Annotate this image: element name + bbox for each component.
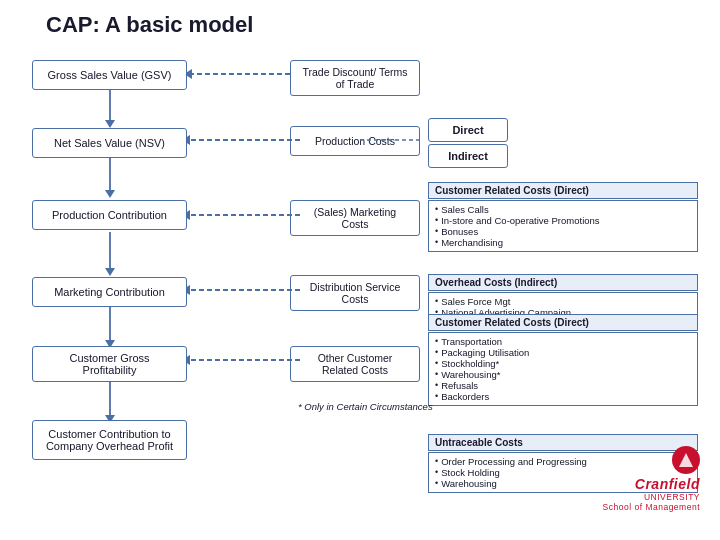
sales-mkt-costs-box: (Sales) Marketing Costs (290, 200, 420, 236)
section3-items: •Transportation •Packaging Utilisation •… (428, 332, 698, 406)
cust-gross-box: Customer Gross Profitability (32, 346, 187, 382)
prod-contrib-box: Production Contribution (32, 200, 187, 230)
gsv-box: Gross Sales Value (GSV) (32, 60, 187, 90)
section1-item-3: •Bonuses (435, 226, 691, 237)
cranfield-logo-group: Cranfield UNIVERSITY School of Managemen… (603, 446, 700, 512)
svg-marker-3 (105, 190, 115, 198)
direct-indirect-group: Direct Indirect (428, 118, 508, 168)
section3-item-5: •Refusals (435, 380, 691, 391)
section1-item-4: •Merchandising (435, 237, 691, 248)
section3-header: Customer Related Costs (Direct) (428, 314, 698, 331)
section3-item-4: •Warehousing* (435, 369, 691, 380)
section3-item-6: •Backorders (435, 391, 691, 402)
footnote: * Only in Certain Circumstances (288, 401, 433, 412)
prod-costs-box: Production Costs (290, 126, 420, 156)
nsv-box: Net Sales Value (NSV) (32, 128, 187, 158)
cranfield-name: Cranfield (635, 476, 700, 492)
cust-contrib-box: Customer Contribution to Company Overhea… (32, 420, 187, 460)
cranfield-icon (677, 451, 695, 469)
indirect-box: Indirect (428, 144, 508, 168)
section3: Customer Related Costs (Direct) •Transpo… (428, 314, 698, 406)
trade-discount-box: Trade Discount/ Terms of Trade (290, 60, 420, 96)
page-title: CAP: A basic model (46, 12, 704, 38)
cranfield-university: UNIVERSITY (644, 492, 700, 502)
section2-header: Overhead Costs (Indirect) (428, 274, 698, 291)
direct-box: Direct (428, 118, 508, 142)
mkt-contrib-box: Marketing Contribution (32, 277, 187, 307)
section2-item-1: •Sales Force Mgt (435, 296, 691, 307)
section3-item-1: •Transportation (435, 336, 691, 347)
section3-item-3: •Stockholding* (435, 358, 691, 369)
section1: Customer Related Costs (Direct) •Sales C… (428, 182, 698, 252)
cranfield-logo-circle (672, 446, 700, 474)
section1-item-2: •In-store and Co-operative Promotions (435, 215, 691, 226)
other-cust-box: Other Customer Related Costs (290, 346, 420, 382)
page: CAP: A basic model (0, 0, 720, 540)
section1-header: Customer Related Costs (Direct) (428, 182, 698, 199)
diagram: Gross Sales Value (GSV) Trade Discount/ … (20, 52, 700, 512)
cranfield-school: School of Management (603, 502, 700, 512)
svg-marker-21 (679, 453, 693, 467)
dist-costs-box: Distribution Service Costs (290, 275, 420, 311)
svg-marker-5 (105, 268, 115, 276)
section3-item-2: •Packaging Utilisation (435, 347, 691, 358)
section1-item-1: •Sales Calls (435, 204, 691, 215)
section1-items: •Sales Calls •In-store and Co-operative … (428, 200, 698, 252)
svg-marker-1 (105, 120, 115, 128)
